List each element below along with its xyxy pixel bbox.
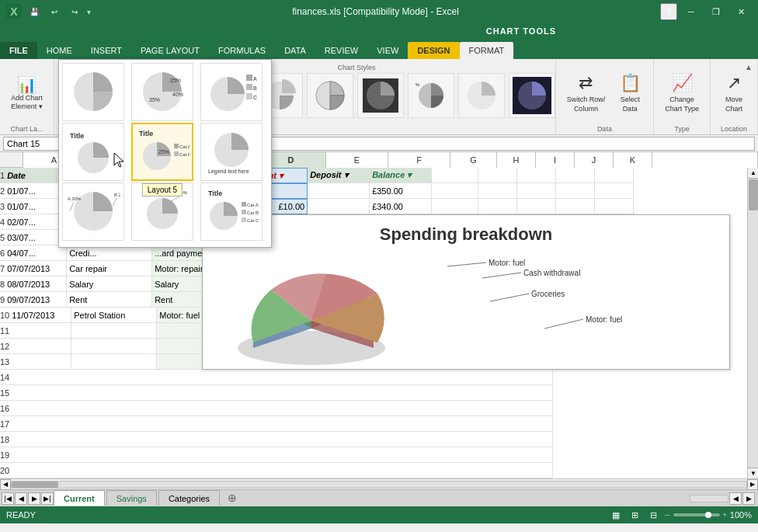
layout-item-4[interactable]: Title xyxy=(62,123,124,181)
move-chart-button[interactable]: ↗ MoveChart xyxy=(717,65,751,121)
sheet-tab-savings[interactable]: Savings xyxy=(106,490,157,506)
tab-data[interactable]: DATA xyxy=(275,42,315,59)
cell-H3[interactable] xyxy=(478,199,517,214)
sheet-tab-categories[interactable]: Categories xyxy=(158,490,220,506)
cell-B13[interactable] xyxy=(71,354,157,370)
tab-design[interactable]: DESIGN xyxy=(408,42,459,59)
tab-nav-last[interactable]: ▶| xyxy=(41,492,54,505)
cell-K2[interactable] xyxy=(595,183,634,199)
redo-button[interactable]: ↪ xyxy=(67,4,82,19)
cell-E1[interactable]: Deposit ▾ xyxy=(308,168,370,183)
cell-B6[interactable]: Credi... xyxy=(67,245,152,261)
chart-style-8[interactable] xyxy=(509,73,555,118)
zoom-slider[interactable] xyxy=(673,513,720,516)
cell-H1[interactable] xyxy=(478,168,517,183)
tab-review[interactable]: REVIEW xyxy=(315,42,367,59)
layout-item-8[interactable]: Title 30% xyxy=(131,183,193,241)
layout-item-3[interactable]: A B C xyxy=(200,63,263,121)
add-sheet-button[interactable]: ⊕ xyxy=(224,490,240,506)
switch-row-col-button[interactable]: ⇄ Switch Row/Column xyxy=(562,65,610,121)
tab-format[interactable]: FORMAT xyxy=(460,42,514,59)
scroll-right-btn2[interactable]: ▶ xyxy=(742,492,755,505)
cell-I1[interactable] xyxy=(517,168,556,183)
cell-J3[interactable] xyxy=(556,199,595,214)
layout-item-2[interactable]: 25% 40% 35% xyxy=(131,63,193,121)
normal-view-button[interactable]: ▦ xyxy=(609,508,623,522)
zoom-handle[interactable] xyxy=(705,512,711,518)
chart-style-7[interactable] xyxy=(458,73,505,118)
cell-K1[interactable] xyxy=(595,168,634,183)
cell-J2[interactable] xyxy=(556,183,595,199)
cell-B8[interactable]: Salary xyxy=(67,276,152,292)
close-button[interactable]: ✕ xyxy=(730,4,752,19)
select-data-button[interactable]: 📋 SelectData xyxy=(613,65,647,121)
cell-H2[interactable] xyxy=(478,183,517,199)
cell-A9[interactable]: 09/07/2013 xyxy=(5,292,67,308)
chart-style-4[interactable] xyxy=(307,73,353,118)
scroll-right-button[interactable]: ▶ xyxy=(747,479,758,490)
cell-A10[interactable]: 11/07/2013 xyxy=(9,308,71,323)
vertical-scroll-track[interactable] xyxy=(748,179,758,468)
tab-nav-prev[interactable]: ◀ xyxy=(15,492,27,505)
cell-J1[interactable] xyxy=(556,168,595,183)
tab-view[interactable]: VIEW xyxy=(367,42,408,59)
chart-style-6[interactable]: % xyxy=(408,73,454,118)
add-chart-element-button[interactable]: 📊 Add ChartElement ▾ xyxy=(5,74,49,113)
cell-B7[interactable]: Car repair xyxy=(67,261,152,276)
tab-formulas[interactable]: FORMULAS xyxy=(209,42,275,59)
cell-G3[interactable] xyxy=(432,199,478,214)
change-chart-type-button[interactable]: 📈 ChangeChart Type xyxy=(660,65,704,121)
sheet-tab-current[interactable]: Current xyxy=(54,490,105,506)
layout-item-6[interactable]: Legend text here xyxy=(200,123,263,181)
bottom-scroll-bar[interactable] xyxy=(690,495,728,502)
cell-A13[interactable] xyxy=(9,354,71,370)
col-header-J[interactable]: J xyxy=(575,152,614,168)
cell-A11[interactable] xyxy=(9,323,71,339)
tab-insert[interactable]: INSERT xyxy=(82,42,131,59)
layout-item-9[interactable]: Title Cat A Cat B Cat C xyxy=(200,183,263,241)
cell-F2[interactable]: £350.00 xyxy=(370,183,432,199)
col-header-E[interactable]: E xyxy=(326,152,388,168)
vertical-scrollbar[interactable]: ▲ ▼ xyxy=(747,168,758,478)
cell-A12[interactable] xyxy=(9,339,71,354)
cell-K3[interactable] xyxy=(595,199,634,214)
cell-A6[interactable]: 04/07... xyxy=(5,245,67,261)
cell-E3[interactable] xyxy=(308,199,370,214)
cell-B12[interactable] xyxy=(71,339,157,354)
layout-item-7[interactable]: A 30% B 25% xyxy=(62,183,124,241)
undo-button[interactable]: ↩ xyxy=(47,4,62,19)
minimize-button[interactable]: ─ xyxy=(680,4,702,19)
cell-E2[interactable] xyxy=(308,183,370,199)
scroll-left-btn2[interactable]: ◀ xyxy=(729,492,742,505)
cell-G1[interactable] xyxy=(432,168,478,183)
page-break-view-button[interactable]: ⊟ xyxy=(646,508,660,522)
col-header-G[interactable]: G xyxy=(450,152,497,168)
col-header-F[interactable]: F xyxy=(388,152,450,168)
cell-F3[interactable]: £340.00 xyxy=(370,199,432,214)
scroll-left-button[interactable]: ◀ xyxy=(0,479,11,490)
horizontal-scroll-thumb[interactable] xyxy=(12,482,58,488)
tab-page-layout[interactable]: PAGE LAYOUT xyxy=(131,42,209,59)
help-button[interactable]: ? xyxy=(660,3,677,20)
cell-B9[interactable]: Rent xyxy=(67,292,152,308)
cell-I3[interactable] xyxy=(517,199,556,214)
save-qat-button[interactable]: 💾 xyxy=(26,4,42,19)
minimize-ribbon-button[interactable]: ▲ xyxy=(742,61,755,73)
tab-nav-next[interactable]: ▶ xyxy=(28,492,40,505)
layout-item-1[interactable] xyxy=(62,63,124,121)
col-header-H[interactable]: H xyxy=(497,152,536,168)
layout-item-5[interactable]: Title 25% Cat A Cat B Layout 5 xyxy=(131,123,193,181)
horizontal-scroll-track[interactable] xyxy=(11,481,747,489)
cell-B11[interactable] xyxy=(71,323,157,339)
col-header-K[interactable]: K xyxy=(614,152,652,168)
cell-G2[interactable] xyxy=(432,183,478,199)
scroll-up-button[interactable]: ▲ xyxy=(748,168,758,179)
cell-A7[interactable]: 07/07/2013 xyxy=(5,261,67,276)
vertical-scroll-thumb[interactable] xyxy=(749,179,758,210)
chart-area[interactable]: Spending breakdown xyxy=(202,214,730,370)
cell-B10[interactable]: Petrol Station xyxy=(71,308,157,323)
cell-F1[interactable]: Balance ▾ xyxy=(370,168,432,183)
cell-A8[interactable]: 08/07/2013 xyxy=(5,276,67,292)
scroll-down-button[interactable]: ▼ xyxy=(748,468,758,478)
cell-I2[interactable] xyxy=(517,183,556,199)
